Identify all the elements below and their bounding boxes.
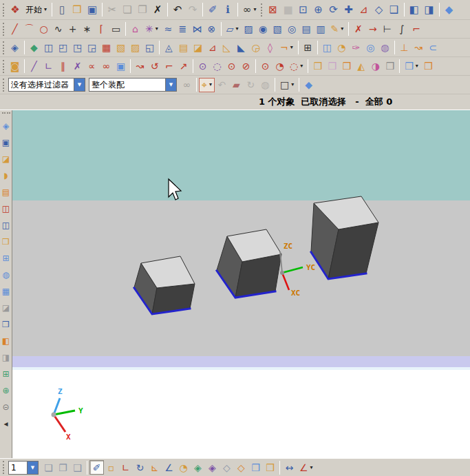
sketch-body-button[interactable]: ▣: [114, 59, 128, 74]
measure-angle-dropdown-arrow[interactable]: ▾: [310, 465, 313, 470]
studio-brush-dropdown-arrow[interactable]: ▾: [341, 26, 343, 32]
make-corner-button[interactable]: ⊢: [380, 22, 394, 37]
paste-button[interactable]: ❐: [135, 2, 150, 18]
ruled-sheet-button[interactable]: ▤: [299, 22, 314, 37]
sidebar-web-browser-button[interactable]: ◍: [1, 269, 11, 280]
circle-center-button[interactable]: ⊙: [195, 59, 210, 74]
constraint-axes-button[interactable]: ∟: [41, 59, 56, 74]
pan-view-button[interactable]: ✚: [341, 2, 356, 18]
circle-button[interactable]: ○: [36, 22, 51, 37]
part-info-button[interactable]: ℹ: [220, 2, 235, 18]
toolbar-grip[interactable]: [3, 461, 5, 474]
datum-csys-button[interactable]: ◇: [234, 460, 248, 475]
pattern-component-button[interactable]: ❒: [339, 59, 354, 74]
patch-opening-button[interactable]: ◪: [191, 41, 205, 55]
quick-extend-button[interactable]: →: [365, 22, 380, 37]
circle-dashed-button[interactable]: ◌: [210, 59, 224, 74]
rectangle-select-button[interactable]: □▾: [277, 78, 297, 92]
constraint-tangent-button[interactable]: ∝: [85, 59, 99, 74]
wcs-orient-csys-button[interactable]: ⊾: [147, 460, 162, 475]
intersection-curve-button[interactable]: ⊗: [204, 22, 219, 37]
toolbar-grip[interactable]: [2, 112, 10, 114]
rectangle-button[interactable]: ▭: [109, 22, 123, 37]
circle-trim-1-button[interactable]: ⊙: [224, 59, 239, 74]
copy-button[interactable]: ❏: [120, 2, 135, 18]
solid-select-button[interactable]: ◆: [301, 78, 316, 92]
global-shaping-button[interactable]: ¬▾: [277, 41, 296, 55]
new-file-button[interactable]: ▯: [54, 2, 70, 18]
silhouette-flange-button[interactable]: ◊: [263, 41, 277, 55]
extrude-sheet-button[interactable]: ▨: [242, 22, 256, 37]
sidebar-hd3d-tools-button[interactable]: ⊞: [1, 253, 11, 263]
work-layer-dropdown-button[interactable]: ▼: [27, 462, 38, 474]
measure-distance-button[interactable]: ↔: [282, 460, 297, 475]
deselect-last-button[interactable]: ↶: [215, 78, 229, 92]
toolbar-grip[interactable]: [3, 79, 5, 92]
sidebar-add-shape-button[interactable]: ⊕: [1, 385, 11, 395]
sidebar-collapse-button[interactable]: ◂: [1, 418, 11, 428]
zoom-box-button[interactable]: ⊡: [296, 2, 311, 18]
sidebar-system-scenes-button[interactable]: ◨: [1, 352, 11, 362]
styled-blend-button[interactable]: ◱: [142, 41, 157, 55]
studio-brush-button[interactable]: ✎▾: [328, 22, 347, 37]
ug-logo-button[interactable]: ❖: [8, 2, 23, 18]
arc-tool-2-button[interactable]: ↺: [147, 59, 162, 74]
snap-point-filter-button[interactable]: ⌖▾: [199, 78, 215, 92]
sweep-sheet-button[interactable]: ▧: [270, 22, 285, 37]
trimmed-sheet-button[interactable]: ◺: [220, 41, 234, 55]
rotate-select-button[interactable]: ↻: [244, 78, 258, 92]
snap-endpoint-button[interactable]: ▫: [104, 460, 118, 475]
work-layer-value[interactable]: 1: [9, 463, 27, 473]
bridge-surface-button[interactable]: ◬: [162, 41, 176, 55]
law-extension-button[interactable]: ◶: [248, 41, 263, 55]
point-on-circle-3-button[interactable]: ◌▾: [287, 59, 306, 74]
datum-plane-dropdown-arrow[interactable]: ▾: [236, 26, 239, 32]
wcs-origin-handle[interactable]: [280, 271, 284, 275]
transition-surface-button[interactable]: ▨: [128, 41, 142, 55]
mirror-assembly-button[interactable]: ◭: [354, 59, 368, 74]
layer-visible-button[interactable]: ❏: [41, 460, 56, 475]
orient-wcs-button[interactable]: ⊿: [356, 2, 372, 18]
studio-spline-button[interactable]: ✳▾: [142, 22, 161, 37]
sidebar-sheet-tool-button[interactable]: ◪: [1, 154, 11, 164]
measure-angle-button[interactable]: ∠▾: [297, 460, 316, 475]
redo-button[interactable]: ↷: [185, 2, 200, 18]
sheet-body-2-button[interactable]: ◳: [70, 41, 85, 55]
point-on-circle-2-button[interactable]: ◔: [273, 59, 287, 74]
emboss-feature-button[interactable]: ✑: [349, 41, 363, 55]
sculpt-feature-button[interactable]: ◍: [378, 41, 392, 55]
wcs-origin-button[interactable]: ∟: [118, 460, 133, 475]
toolbar-grip[interactable]: [3, 60, 5, 73]
rectangle-select-dropdown-arrow[interactable]: ▾: [291, 82, 294, 87]
sketch-lock-button[interactable]: ◙: [8, 59, 22, 74]
tube-feature-button[interactable]: ◎: [285, 22, 299, 37]
pipe-feature-button[interactable]: ◎: [363, 41, 378, 55]
sidebar-subtract-shape-button[interactable]: ⊝: [1, 402, 11, 412]
swept-surface-button[interactable]: ◫: [41, 41, 56, 55]
move-to-layer-button[interactable]: ❑: [70, 460, 85, 475]
sidebar-reuse-library-button[interactable]: ❒: [1, 236, 11, 247]
sidebar-roles-button[interactable]: ◧: [1, 335, 11, 346]
vector-dialog-button[interactable]: ◈: [191, 460, 205, 475]
wcs-set-absolute-button[interactable]: ∠: [162, 460, 176, 475]
revolve-sheet-button[interactable]: ◉: [256, 22, 270, 37]
sidebar-manufacturing-button[interactable]: ❒: [1, 319, 11, 329]
point-dialog-button[interactable]: ◔: [176, 460, 191, 475]
view-cube-button[interactable]: ❒: [248, 460, 263, 475]
draft-analysis-button[interactable]: ⊥: [397, 41, 412, 55]
constraint-parallel-button[interactable]: ∥: [56, 59, 70, 74]
find-in-selection-button[interactable]: ∞: [180, 78, 194, 92]
sidebar-curve-tool-button[interactable]: ◗: [1, 170, 11, 180]
sidebar-orient-view-button[interactable]: ◈: [1, 121, 11, 131]
selection-filter-dropdown-button[interactable]: ▼: [74, 79, 85, 91]
toolbar-grip[interactable]: [261, 3, 263, 17]
pattern-curve-button[interactable]: ≣: [175, 22, 190, 37]
fit-view-button[interactable]: ⊠: [266, 2, 281, 18]
sidebar-part-navigator-button[interactable]: ◫: [1, 203, 11, 214]
start-menu-button[interactable]: 开始▾: [23, 2, 50, 18]
suppress-component-button[interactable]: ❒: [383, 59, 397, 74]
clip-section-right-button[interactable]: ◨: [422, 2, 437, 18]
spline-button[interactable]: ∿: [51, 22, 65, 37]
curve-analysis-button[interactable]: ↝: [412, 41, 426, 55]
zoom-in-out-button[interactable]: ⊕: [311, 2, 326, 18]
